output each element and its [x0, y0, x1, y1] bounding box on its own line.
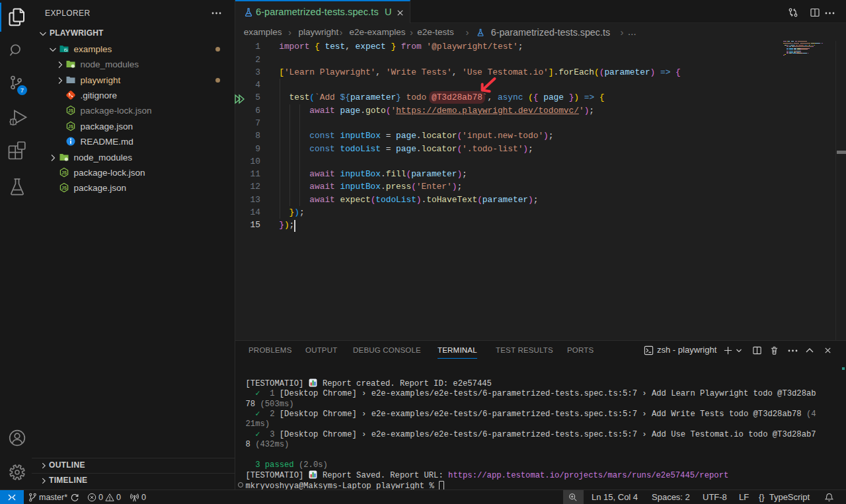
svg-text:JS: JS: [68, 108, 74, 113]
svg-text:JS: JS: [68, 124, 74, 128]
svg-text:JS: JS: [61, 186, 67, 190]
svg-text:JS: JS: [61, 170, 67, 175]
